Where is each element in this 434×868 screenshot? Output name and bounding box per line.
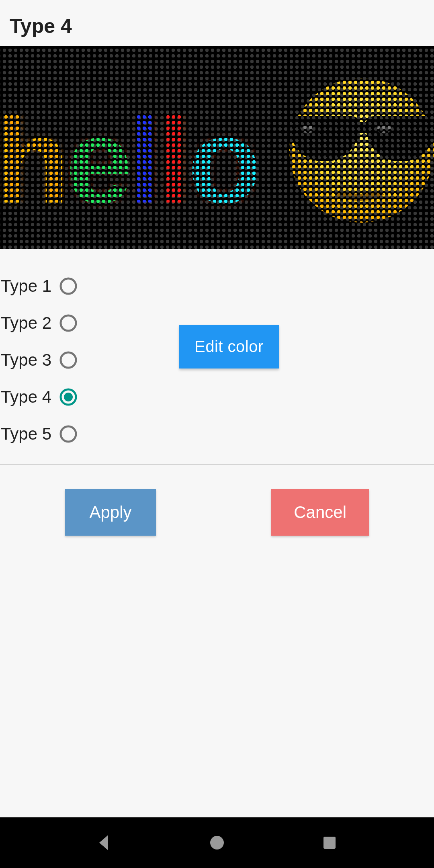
svg-point-8 — [61, 426, 76, 442]
type-option-label: Type 3 — [1, 350, 51, 370]
recent-apps-icon[interactable] — [319, 833, 340, 853]
radio-type-1[interactable] — [59, 276, 78, 296]
type-option-label: Type 2 — [1, 313, 51, 333]
radio-type-4[interactable] — [59, 387, 78, 407]
type-option-5[interactable]: Type 5 — [0, 416, 434, 452]
type-option-4[interactable]: Type 4 — [0, 379, 434, 416]
type-option-label: Type 5 — [1, 424, 51, 444]
svg-point-2 — [61, 315, 76, 331]
svg-point-0 — [61, 278, 76, 294]
page-title: Type 4 — [0, 0, 434, 46]
led-preview: h e l l o — [0, 46, 434, 249]
svg-point-7 — [64, 393, 73, 401]
sunglasses-emoji-icon — [289, 78, 434, 223]
radio-type-5[interactable] — [59, 424, 78, 444]
led-letter-o: o — [188, 113, 257, 209]
led-letter-l2: l — [158, 113, 187, 209]
type-option-label: Type 4 — [1, 387, 51, 407]
led-text: h e l l o — [0, 113, 257, 209]
svg-point-10 — [210, 836, 224, 850]
svg-point-4 — [61, 352, 76, 368]
svg-rect-11 — [323, 837, 336, 849]
type-options: Type 1 Type 2 Type 3 Type 4 Type 5 Edit … — [0, 249, 434, 465]
radio-type-3[interactable] — [59, 350, 78, 370]
led-letter-e: e — [66, 113, 129, 209]
cancel-button[interactable]: Cancel — [271, 489, 369, 536]
back-icon[interactable] — [94, 833, 115, 853]
android-nav-bar — [0, 817, 434, 868]
radio-type-2[interactable] — [59, 313, 78, 333]
led-letter-h: h — [0, 113, 66, 209]
home-icon[interactable] — [207, 833, 227, 853]
apply-button[interactable]: Apply — [65, 489, 156, 536]
edit-color-button[interactable]: Edit color — [179, 325, 279, 368]
type-option-label: Type 1 — [1, 276, 51, 296]
led-letter-l1: l — [129, 113, 158, 209]
type-option-1[interactable]: Type 1 — [0, 268, 434, 305]
action-buttons: Apply Cancel — [0, 465, 434, 536]
